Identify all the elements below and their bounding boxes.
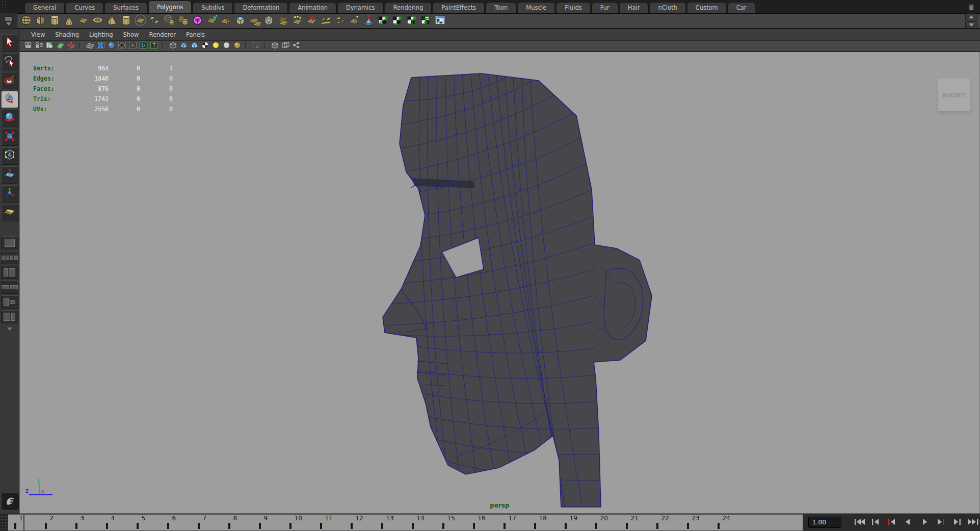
- trash-icon[interactable]: [966, 2, 977, 12]
- shelf-tab-polygons[interactable]: Polygons: [148, 1, 192, 13]
- timeline-frame-7[interactable]: 7: [192, 515, 222, 530]
- go-to-end-button[interactable]: [967, 517, 980, 529]
- shelf-tab-general[interactable]: General: [24, 2, 65, 13]
- toolbar-button-xray[interactable]: [281, 42, 290, 50]
- timeline-frame-20[interactable]: 20: [589, 515, 620, 530]
- toolbar-button-isolate-select[interactable]: [251, 42, 261, 50]
- maya-mascot-button[interactable]: [1, 492, 19, 511]
- shelf-button-planar-mapping[interactable]: [376, 14, 390, 28]
- shelf-tab-fluids[interactable]: Fluids: [556, 2, 591, 13]
- timeline-frame-2[interactable]: 2: [39, 515, 69, 530]
- shelf-button-smooth-mesh[interactable]: [162, 14, 176, 28]
- shelf-tab-painteffects[interactable]: PaintEffects: [433, 2, 485, 13]
- timeline-frame-21[interactable]: 21: [620, 515, 650, 530]
- shelf-tab-rendering[interactable]: Rendering: [385, 2, 432, 13]
- shelf-button-mirror-geometry[interactable]: [319, 14, 333, 28]
- timeline-frame-4[interactable]: 4: [100, 515, 130, 530]
- timeline-frame-3[interactable]: 3: [69, 515, 100, 530]
- last-tool-used-button[interactable]: [1, 204, 18, 221]
- timeline-frame-17[interactable]: 17: [497, 515, 528, 530]
- timeline-frame-13[interactable]: 13: [375, 515, 406, 530]
- select-tool-button[interactable]: [1, 34, 18, 52]
- step-forward-key-button[interactable]: [934, 517, 947, 529]
- shelf-selector-knob[interactable]: [5, 16, 13, 21]
- shelf-button-poly-torus[interactable]: [91, 14, 104, 28]
- timeline-frame-6[interactable]: 6: [161, 515, 192, 530]
- panel-menu-lighting[interactable]: Lighting: [85, 30, 117, 39]
- paint-selection-tool-button[interactable]: [1, 72, 18, 89]
- panel-menu-show[interactable]: Show: [119, 30, 144, 39]
- play-forwards-button[interactable]: [918, 517, 931, 529]
- toolbar-button-wireframe-on-shaded[interactable]: [270, 42, 280, 50]
- lasso-select-tool-button[interactable]: [1, 53, 18, 70]
- timeline-frame-1[interactable]: 1: [8, 515, 39, 530]
- shelf-button-spherical-mapping[interactable]: [405, 14, 418, 28]
- universal-manipulator-tool-button[interactable]: [1, 147, 18, 165]
- timeline-frame-12[interactable]: 12: [345, 515, 375, 530]
- panel-menu-panels[interactable]: Panels: [181, 30, 209, 39]
- shelf-button-poly-sphere[interactable]: [19, 14, 33, 28]
- shelf-button-duplicate-face[interactable]: [276, 14, 290, 28]
- step-back-key-button[interactable]: [885, 517, 898, 529]
- toolbar-button-bookmark[interactable]: [45, 42, 55, 50]
- soft-modification-tool-button[interactable]: [1, 166, 18, 184]
- shelf-button-subdiv-proxy[interactable]: [191, 14, 204, 28]
- persp-outliner-layout-button[interactable]: [1, 266, 18, 279]
- shelf-button-quad-split[interactable]: [148, 14, 162, 28]
- toolbar-button-resolution-gate[interactable]: [107, 42, 116, 50]
- current-time-field[interactable]: 1.00: [808, 517, 841, 528]
- shelf-button-merge-vertices[interactable]: [290, 14, 304, 28]
- shelf-scroll-up-button[interactable]: [965, 13, 977, 20]
- toolbar-button-gate-mask[interactable]: [117, 42, 127, 50]
- panel-menu-renderer[interactable]: Renderer: [145, 30, 181, 39]
- toolbar-button-camera-select[interactable]: [23, 42, 33, 50]
- toolbar-button-default-light[interactable]: [222, 42, 231, 50]
- shelf-button-poly-plane[interactable]: [76, 14, 90, 28]
- shelf-button-cylindrical-mapping[interactable]: [390, 14, 404, 28]
- step-forward-frame-button[interactable]: [950, 517, 964, 529]
- timeline-frame-19[interactable]: 19: [559, 515, 589, 530]
- shelf-button-bridge[interactable]: [262, 14, 276, 28]
- shelf-button-sculpt-geometry[interactable]: [205, 14, 219, 28]
- chevron-down-icon[interactable]: [7, 327, 12, 331]
- timeline-frame-24[interactable]: 24: [711, 515, 742, 530]
- show-manipulator-tool-button[interactable]: [1, 185, 18, 203]
- shelf-tab-hair[interactable]: Hair: [619, 2, 649, 13]
- shelf-tab-toon[interactable]: Toon: [486, 2, 516, 13]
- shelf-tab-deformation[interactable]: Deformation: [234, 2, 288, 13]
- shelf-tab-muscle[interactable]: Muscle: [517, 2, 555, 13]
- shelf-button-poly-cube[interactable]: [34, 14, 47, 28]
- wireframe-head-model[interactable]: [20, 52, 980, 514]
- toolbar-button-film-gate[interactable]: [96, 42, 105, 50]
- toolbar-button-smooth-shade[interactable]: [179, 42, 189, 50]
- timeline-frame-22[interactable]: 22: [650, 515, 681, 530]
- toolbar-button-use-all-lights[interactable]: [211, 42, 221, 50]
- toolbar-button-grid[interactable]: [85, 42, 95, 50]
- four-pane-layout-button[interactable]: [1, 251, 18, 264]
- toolbar-button-2d-pan-zoom[interactable]: [66, 42, 76, 50]
- toolbar-button-camera-attributes[interactable]: [34, 42, 44, 50]
- shelf-tab-animation[interactable]: Animation: [289, 2, 336, 13]
- shelf-scroll-down-button[interactable]: [965, 21, 977, 29]
- toolbar-button-image-plane[interactable]: [56, 42, 65, 50]
- persp-uv-layout-button[interactable]: [1, 310, 18, 323]
- persp-graph-layout-button[interactable]: [1, 281, 18, 294]
- toolbar-button-wireframe[interactable]: [168, 42, 178, 50]
- go-to-start-button[interactable]: [853, 517, 866, 529]
- shelf-button-separate[interactable]: [333, 14, 347, 28]
- timeline-frame-23[interactable]: 23: [681, 515, 711, 530]
- timeline-frame-18[interactable]: 18: [528, 515, 559, 530]
- shelf-button-poly-cylinder[interactable]: [48, 14, 62, 28]
- panel-menu-shading[interactable]: Shading: [50, 30, 84, 39]
- shelf-tab-fur[interactable]: Fur: [592, 2, 618, 13]
- toolbar-button-field-chart[interactable]: [128, 42, 138, 50]
- shelf-tab-curves[interactable]: Curves: [66, 2, 103, 13]
- panel-menu-view[interactable]: View: [27, 30, 49, 39]
- toolbar-button-safe-action[interactable]: [139, 42, 148, 50]
- step-back-frame-button[interactable]: [869, 517, 882, 529]
- view-cube[interactable]: RIGHT: [938, 79, 970, 111]
- shelf-tab-custom[interactable]: Custom: [687, 2, 727, 13]
- scale-tool-button[interactable]: [1, 129, 18, 146]
- shelf-button-split-edge-ring[interactable]: [305, 14, 319, 28]
- shelf-button-split-polygon[interactable]: [248, 14, 261, 28]
